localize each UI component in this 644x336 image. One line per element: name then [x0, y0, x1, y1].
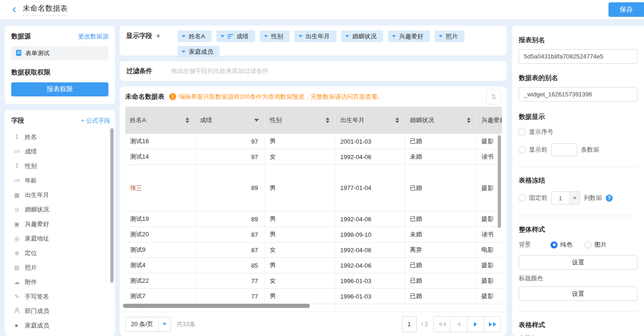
- back-icon[interactable]: ‹: [12, 4, 16, 14]
- field-item[interactable]: ⊙婚姻状况: [11, 202, 110, 217]
- page-size-select[interactable]: 20 条/页: [125, 317, 171, 332]
- table-cell: 离异: [405, 242, 477, 257]
- sort-desc-icon: [254, 119, 259, 122]
- report-permission-button[interactable]: 报表权限: [11, 82, 108, 96]
- field-label: 出生年月: [25, 191, 49, 199]
- table-alias-input[interactable]: [519, 87, 637, 102]
- column-header[interactable]: 婚姻状况: [405, 107, 477, 134]
- field-label: 婚姻状况: [25, 205, 49, 214]
- table-cell: 87: [195, 242, 265, 257]
- background-label: 背景: [519, 241, 551, 249]
- table-cell: 97: [195, 134, 265, 149]
- table-style-heading: 表格样式: [519, 321, 637, 329]
- table-alias-heading: 数据表的别名: [519, 74, 637, 82]
- change-datasource-link[interactable]: 更改数据源: [78, 32, 108, 41]
- freeze-count-select[interactable]: 1: [551, 191, 580, 205]
- display-field-chip[interactable]: 兴趣爱好: [388, 30, 430, 42]
- permission-heading: 数据获取权限: [11, 68, 108, 77]
- table-cell: 女: [265, 242, 336, 257]
- chevron-down-icon: [439, 35, 443, 37]
- field-label: 家庭地址: [25, 234, 49, 243]
- display-field-chip[interactable]: 照片: [435, 30, 465, 42]
- table-cell: 已婚: [405, 165, 477, 211]
- page-number-input[interactable]: 1: [402, 316, 417, 332]
- display-field-chip[interactable]: 姓名A: [178, 30, 212, 42]
- column-header[interactable]: 姓名A: [125, 107, 195, 134]
- chevron-down-icon: [182, 51, 186, 53]
- table-cell: 89: [195, 212, 265, 226]
- column-header[interactable]: 成绩: [195, 107, 265, 134]
- table-row: 测试2277女1996-01-03已婚摄影: [125, 273, 502, 289]
- row-limit-input[interactable]: [551, 143, 577, 156]
- field-item[interactable]: I性别: [11, 159, 110, 173]
- table-row: 测试485男1992-04-06已婚摄影: [125, 258, 502, 273]
- display-field-chip[interactable]: 成绩: [216, 30, 255, 42]
- chip-label: 成绩: [236, 32, 249, 41]
- table-horizontal-scrollbar[interactable]: [123, 304, 310, 308]
- sort-icon: [326, 117, 329, 123]
- freeze-checkbox[interactable]: [519, 195, 525, 201]
- chevron-down-icon: [573, 197, 577, 199]
- solid-color-radio[interactable]: [551, 241, 558, 248]
- add-display-field-icon[interactable]: +: [156, 33, 160, 39]
- preview-warning: ! 编辑界面只取数据源前200条作为查询数据预览，完整数据请访问页面查看。: [169, 93, 384, 101]
- table-cell: 读书: [477, 227, 502, 242]
- filter-dropzone-placeholder[interactable]: 拖动左侧字段到此处来添加过滤条件: [171, 67, 268, 75]
- table-header-row: 姓名A成绩性别出生年月婚姻状况兴趣爱好: [125, 107, 502, 134]
- field-item[interactable]: ✎手写签名: [11, 289, 110, 304]
- table-row: 测试1497女1992-04-06未婚读书: [125, 149, 502, 165]
- display-field-chip[interactable]: 性别: [260, 30, 290, 42]
- field-item[interactable]: ☁附件: [11, 275, 110, 289]
- first-page-button[interactable]: [433, 316, 451, 332]
- table-cell: 女: [265, 273, 336, 288]
- table-cell: 摄影: [477, 273, 502, 288]
- display-field-chip[interactable]: 婚姻状况: [341, 30, 383, 42]
- background-set-button[interactable]: 设置: [519, 255, 637, 270]
- image-radio[interactable]: [585, 241, 592, 248]
- table-cell: 测试4: [125, 258, 195, 273]
- image-icon: ▤: [13, 264, 21, 271]
- fields-heading: 字段: [11, 117, 24, 125]
- divider: [519, 167, 637, 167]
- field-item[interactable]: ▤照片: [11, 260, 110, 275]
- person-icon: [13, 307, 21, 315]
- fields-scrollbar[interactable]: [110, 128, 114, 283]
- prev-page-button[interactable]: [450, 316, 467, 332]
- column-header[interactable]: 出生年月: [336, 107, 405, 134]
- report-alias-input[interactable]: [519, 49, 637, 64]
- field-item[interactable]: 123成绩: [11, 144, 110, 159]
- table-vertical-scrollbar[interactable]: [498, 135, 501, 228]
- table-row: 测试777男1996-01-03已婚摄影: [125, 289, 502, 304]
- field-item[interactable]: ⊕定位: [11, 246, 110, 260]
- field-item[interactable]: ▣兴趣爱好: [11, 217, 110, 231]
- add-formula-field-link[interactable]: + 公式字段: [81, 117, 110, 125]
- table-cell: 1992-04-06: [336, 258, 405, 273]
- field-item[interactable]: 123年龄: [11, 173, 110, 188]
- settings-panel: 报表别名 数据表的别名 数据显示 显示序号 显示前 条数据 表格冻结 固定前 1…: [512, 26, 644, 336]
- last-page-button[interactable]: [484, 316, 501, 332]
- display-field-chip[interactable]: 家庭成员: [178, 46, 220, 58]
- show-index-checkbox[interactable]: [519, 129, 525, 135]
- sort-settings-button[interactable]: ⇅: [486, 89, 501, 104]
- show-first-checkbox[interactable]: [519, 146, 525, 153]
- field-item[interactable]: ▶家庭成员: [11, 318, 110, 333]
- help-icon[interactable]: ?: [606, 195, 613, 202]
- column-header[interactable]: 性别: [265, 107, 336, 134]
- chip-label: 出生年月: [306, 32, 330, 41]
- total-count: 共33条: [177, 320, 195, 329]
- next-page-button[interactable]: [467, 316, 484, 332]
- field-item[interactable]: ▦出生年月: [11, 188, 110, 202]
- theme-color-label: 主题色: [519, 334, 637, 336]
- datasource-item[interactable]: 表单测试: [11, 46, 108, 60]
- page-title[interactable]: 未命名数据表: [23, 4, 68, 15]
- field-item[interactable]: 部门成员: [11, 304, 110, 318]
- display-field-chip[interactable]: 出生年月: [294, 30, 336, 42]
- column-header[interactable]: 兴趣爱好: [477, 107, 502, 134]
- save-button[interactable]: 保存: [608, 2, 644, 17]
- field-item[interactable]: ◎家庭地址: [11, 231, 110, 246]
- table-cell: 男: [265, 134, 336, 149]
- title-color-set-button[interactable]: 设置: [519, 286, 637, 301]
- field-item[interactable]: I姓名: [11, 130, 110, 144]
- chevron-down-icon: [264, 35, 268, 37]
- table-cell: 测试9: [125, 242, 195, 257]
